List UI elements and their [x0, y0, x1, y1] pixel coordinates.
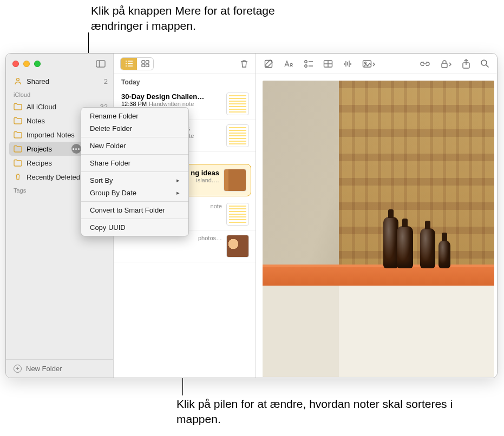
table-button[interactable]	[323, 60, 333, 68]
view-segmented-control	[120, 57, 154, 70]
callout-top: Klik på knappen Mere for at foretage ænd…	[91, 3, 318, 34]
sidebar-item-label: Notes	[27, 117, 45, 125]
search-button[interactable]	[480, 59, 489, 68]
gallery-view-button[interactable]	[137, 58, 153, 70]
note-image	[263, 81, 494, 377]
folder-icon	[14, 117, 22, 124]
sidebar-item-count: 2	[104, 77, 108, 85]
svg-rect-9	[142, 61, 145, 63]
shared-icon	[14, 77, 22, 85]
menu-item-group-by-date[interactable]: Group By Date▸	[81, 187, 188, 199]
svg-point-27	[365, 62, 366, 63]
group-header-today: Today	[114, 74, 256, 88]
note-thumbnail	[226, 124, 249, 147]
folder-icon	[14, 159, 22, 167]
menu-separator	[81, 154, 188, 155]
sidebar-item-shared[interactable]: Shared 2	[6, 74, 113, 88]
sidebar-section-icloud: iCloud	[6, 88, 113, 100]
svg-rect-11	[142, 64, 145, 67]
audio-button[interactable]	[343, 60, 352, 68]
note-thumbnail	[224, 169, 246, 191]
svg-point-30	[481, 60, 487, 65]
sidebar-item-label: Shared	[27, 77, 49, 85]
menu-separator	[81, 171, 188, 172]
folder-icon	[14, 131, 22, 138]
chevron-right-icon: ▸	[176, 189, 180, 196]
sidebar-item-label: Recently Deleted	[27, 173, 80, 181]
menu-item-rename-folder[interactable]: Rename Folder	[81, 110, 188, 122]
menu-item-sort-by[interactable]: Sort By▸	[81, 174, 188, 187]
compose-button[interactable]	[264, 59, 273, 69]
svg-rect-0	[96, 61, 105, 67]
menu-item-copy-uuid[interactable]: Copy UUID	[81, 221, 188, 234]
svg-point-2	[17, 78, 19, 81]
trash-icon	[14, 173, 22, 181]
svg-point-8	[126, 65, 127, 67]
media-button[interactable]	[362, 60, 375, 68]
zoom-window-button[interactable]	[34, 61, 41, 67]
note-body	[256, 74, 497, 378]
note-thumbnail	[226, 93, 249, 115]
note-subline: 12:38 PMHandwritten note	[121, 101, 222, 107]
svg-point-6	[126, 61, 127, 62]
menu-separator	[81, 137, 188, 137]
menu-item-share-folder[interactable]: Share Folder	[81, 157, 188, 169]
svg-line-31	[486, 65, 489, 68]
sidebar-toggle-icon[interactable]	[96, 60, 106, 68]
checklist-button[interactable]	[304, 60, 313, 68]
close-window-button[interactable]	[12, 61, 19, 67]
note-thumbnail	[226, 235, 249, 257]
titlebar	[6, 54, 113, 74]
svg-point-7	[126, 63, 127, 64]
list-view-button[interactable]	[121, 58, 137, 70]
minimize-window-button[interactable]	[23, 61, 30, 67]
sidebar-item-label: All iCloud	[27, 103, 56, 111]
svg-rect-10	[146, 61, 149, 63]
svg-point-16	[305, 64, 307, 67]
new-folder-button[interactable]: + New Folder	[6, 359, 113, 378]
svg-point-14	[305, 60, 307, 62]
format-button[interactable]	[283, 60, 294, 68]
note-title: 30-Day Design Challen…	[121, 93, 222, 101]
plus-circle-icon: +	[14, 365, 22, 373]
detail-toolbar	[256, 54, 497, 74]
note-thumbnail	[226, 203, 249, 226]
menu-separator	[81, 219, 188, 219]
menu-item-new-folder[interactable]: New Folder	[81, 140, 188, 152]
note-detail-column	[256, 54, 497, 378]
svg-rect-28	[442, 63, 447, 68]
menu-item-convert-smart-folder[interactable]: Convert to Smart Folder	[81, 204, 188, 216]
folder-icon	[14, 145, 22, 153]
sidebar-item-label: Projects	[27, 145, 52, 153]
sidebar-item-label: Imported Notes	[27, 131, 75, 139]
folder-context-menu: Rename Folder Delete Folder New Folder S…	[81, 107, 189, 236]
menu-item-delete-folder[interactable]: Delete Folder	[81, 122, 188, 135]
chevron-right-icon: ▸	[176, 177, 180, 184]
callout-bottom: Klik på pilen for at ændre, hvordan note…	[176, 397, 458, 427]
folder-icon	[14, 103, 22, 110]
svg-rect-12	[146, 64, 149, 67]
more-button[interactable]	[71, 144, 81, 154]
new-folder-label: New Folder	[26, 365, 62, 373]
lock-button[interactable]	[440, 60, 452, 68]
delete-note-button[interactable]	[239, 59, 249, 69]
list-toolbar	[114, 54, 256, 74]
link-button[interactable]	[420, 60, 430, 68]
notes-window: Shared 2 iCloud All iCloud 32 Notes 24 I…	[5, 53, 498, 378]
menu-separator	[81, 201, 188, 202]
share-button[interactable]	[462, 59, 470, 69]
sidebar-item-label: Recipes	[27, 159, 52, 167]
